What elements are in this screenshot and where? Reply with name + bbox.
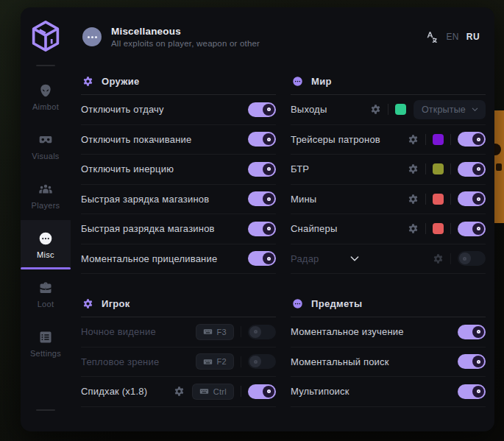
feature-label: Быстрая разрядка магазинов: [81, 223, 215, 234]
gear-icon[interactable]: [408, 134, 419, 145]
sidebar-divider-bottom: [36, 409, 55, 411]
sidebar-nav: Aimbot Visuals Players Misc Loot Setting…: [21, 72, 71, 368]
sidebar-item-label: Aimbot: [32, 102, 59, 111]
sidebar-item-loot[interactable]: Loot: [21, 269, 71, 319]
feature-row: Выходы Открытые: [291, 95, 486, 125]
toggle-switch[interactable]: [458, 132, 486, 147]
toggle-switch[interactable]: [458, 251, 486, 266]
feature-label: Моментальное прицеливание: [81, 253, 217, 264]
feature-row: Радар: [291, 244, 486, 275]
feature-row: Моментальное изучение: [291, 317, 486, 347]
gear-icon[interactable]: [433, 253, 444, 264]
color-swatch[interactable]: [433, 134, 444, 145]
toggle-switch[interactable]: [248, 384, 276, 399]
main-area: Miscellaneous All exploits on player, we…: [71, 7, 494, 431]
feature-row: Трейсеры патронов: [291, 125, 486, 155]
toggle-switch[interactable]: [248, 354, 276, 369]
toggle-switch[interactable]: [458, 384, 486, 399]
ellipsis-circle-icon: [292, 76, 303, 87]
feature-row: БТР: [291, 155, 486, 185]
feature-label: Трейсеры патронов: [291, 134, 380, 145]
hotkey-badge[interactable]: F3: [196, 324, 234, 340]
toggle-switch[interactable]: [458, 222, 486, 236]
hotkey-badge[interactable]: F2: [196, 353, 234, 370]
color-swatch[interactable]: [433, 194, 444, 205]
feature-row: Отключить покачивание: [81, 125, 276, 155]
color-swatch[interactable]: [395, 104, 406, 115]
people-icon: [38, 182, 53, 197]
gear-icon: [82, 76, 93, 87]
gear-icon[interactable]: [408, 223, 419, 234]
sidebar-item-visuals[interactable]: Visuals: [21, 121, 71, 171]
feature-label: Снайперы: [291, 223, 338, 234]
color-swatch[interactable]: [433, 223, 444, 234]
toggle-switch[interactable]: [248, 132, 276, 147]
hotkey-badge[interactable]: Ctrl: [192, 384, 234, 400]
page-header: Miscellaneous All exploits on player, we…: [71, 7, 494, 66]
gear-icon[interactable]: [408, 163, 419, 174]
sidebar-item-label: Settings: [30, 349, 61, 358]
feature-label: Радар: [291, 253, 319, 264]
hotkey-label: Ctrl: [213, 387, 227, 396]
toggle-switch[interactable]: [248, 162, 276, 177]
gear-icon: [82, 298, 93, 309]
lang-en-button[interactable]: EN: [446, 32, 458, 42]
sidebar-item-players[interactable]: Players: [21, 171, 71, 220]
translate-icon: [425, 30, 439, 43]
ellipsis-circle-icon: [38, 231, 53, 246]
vr-goggles-icon: [38, 133, 53, 147]
section-title: Игрок: [102, 298, 130, 309]
list-icon: [38, 330, 53, 345]
feature-label: Мультипоиск: [291, 386, 349, 397]
section-title: Предметы: [311, 298, 362, 309]
toggle-switch[interactable]: [248, 222, 276, 236]
feature-row: Спидхак (x1.8) Ctrl: [81, 377, 276, 407]
dropdown-value: Открытые: [422, 105, 466, 115]
toggle-switch[interactable]: [458, 191, 486, 206]
feature-label: Выходы: [291, 104, 327, 115]
briefcase-icon: [38, 281, 53, 295]
toggle-switch[interactable]: [248, 191, 276, 206]
keyboard-icon: [203, 327, 213, 336]
toggle-switch[interactable]: [458, 325, 486, 339]
feature-label: Отключить отдачу: [81, 104, 164, 115]
page-title: Miscellaneous: [111, 26, 260, 37]
sidebar-item-misc[interactable]: Misc: [21, 220, 71, 269]
dropdown-select[interactable]: Открытые: [414, 100, 486, 119]
sidebar: Aimbot Visuals Players Misc Loot Setting…: [21, 7, 71, 431]
color-swatch[interactable]: [433, 163, 444, 174]
feature-row: Моментальный поиск: [291, 347, 486, 378]
sidebar-item-aimbot[interactable]: Aimbot: [21, 72, 71, 121]
toggle-switch[interactable]: [248, 325, 276, 339]
chevron-down-icon: [471, 105, 479, 113]
content-grid: Оружие Отключить отдачу Отключить покачи…: [71, 66, 494, 431]
sidebar-item-label: Visuals: [32, 152, 59, 160]
toggle-switch[interactable]: [458, 354, 486, 369]
feature-row: Отключить инерцию: [81, 155, 276, 185]
toggle-switch[interactable]: [458, 162, 486, 177]
feature-row: Быстрая разрядка магазинов: [81, 214, 276, 244]
feature-label: Тепловое зрение: [81, 356, 159, 367]
gear-icon[interactable]: [174, 386, 185, 397]
feature-label: Отключить инерцию: [81, 163, 174, 174]
left-column: Оружие Отключить отдачу Отключить покачи…: [81, 68, 276, 431]
alien-icon: [38, 83, 53, 98]
feature-row: Мины: [291, 185, 486, 215]
section-avatar: [82, 27, 102, 46]
section-player: Игрок Ночное видение F3: [81, 290, 276, 407]
feature-label: Моментальное изучение: [291, 326, 404, 337]
sidebar-item-settings[interactable]: Settings: [21, 319, 71, 368]
feature-label: Ночное видение: [81, 326, 156, 337]
gear-icon[interactable]: [370, 104, 381, 115]
lang-ru-button[interactable]: RU: [466, 32, 480, 42]
gear-icon[interactable]: [408, 194, 419, 205]
feature-row: Тепловое зрение F2: [81, 347, 276, 378]
feature-row: Снайперы: [291, 214, 486, 244]
feature-row: Моментальное прицеливание: [81, 244, 276, 275]
expand-chevron-icon[interactable]: [349, 253, 361, 264]
app-logo: [21, 7, 71, 65]
toggle-switch[interactable]: [248, 251, 276, 266]
hotkey-label: F3: [217, 328, 227, 336]
right-column: Мир Выходы Открытые: [291, 68, 486, 431]
toggle-switch[interactable]: [248, 102, 276, 117]
